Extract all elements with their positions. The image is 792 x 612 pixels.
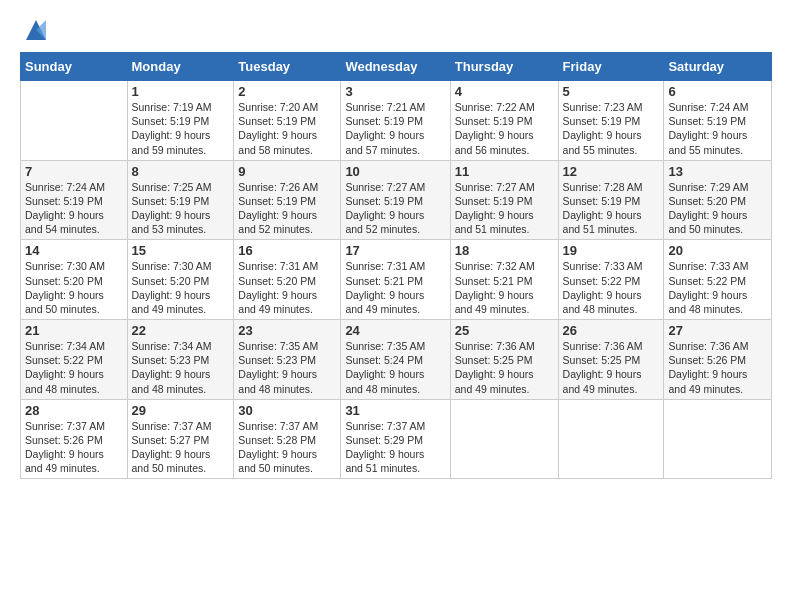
day-number: 27 (668, 323, 767, 338)
calendar-cell: 28Sunrise: 7:37 AMSunset: 5:26 PMDayligh… (21, 399, 128, 479)
day-info: Sunrise: 7:29 AMSunset: 5:20 PMDaylight:… (668, 180, 767, 237)
day-number: 10 (345, 164, 445, 179)
calendar-header-tuesday: Tuesday (234, 53, 341, 81)
day-number: 1 (132, 84, 230, 99)
day-info: Sunrise: 7:24 AMSunset: 5:19 PMDaylight:… (25, 180, 123, 237)
day-number: 14 (25, 243, 123, 258)
day-number: 7 (25, 164, 123, 179)
header (20, 16, 772, 44)
calendar-cell: 27Sunrise: 7:36 AMSunset: 5:26 PMDayligh… (664, 320, 772, 400)
day-info: Sunrise: 7:21 AMSunset: 5:19 PMDaylight:… (345, 100, 445, 157)
calendar-cell: 14Sunrise: 7:30 AMSunset: 5:20 PMDayligh… (21, 240, 128, 320)
day-number: 15 (132, 243, 230, 258)
day-info: Sunrise: 7:25 AMSunset: 5:19 PMDaylight:… (132, 180, 230, 237)
day-number: 18 (455, 243, 554, 258)
calendar-cell: 21Sunrise: 7:34 AMSunset: 5:22 PMDayligh… (21, 320, 128, 400)
calendar-cell: 13Sunrise: 7:29 AMSunset: 5:20 PMDayligh… (664, 160, 772, 240)
day-info: Sunrise: 7:34 AMSunset: 5:22 PMDaylight:… (25, 339, 123, 396)
day-number: 30 (238, 403, 336, 418)
calendar-header-wednesday: Wednesday (341, 53, 450, 81)
day-number: 3 (345, 84, 445, 99)
calendar-cell: 18Sunrise: 7:32 AMSunset: 5:21 PMDayligh… (450, 240, 558, 320)
calendar-week-2: 7Sunrise: 7:24 AMSunset: 5:19 PMDaylight… (21, 160, 772, 240)
day-info: Sunrise: 7:27 AMSunset: 5:19 PMDaylight:… (455, 180, 554, 237)
calendar-header-row: SundayMondayTuesdayWednesdayThursdayFrid… (21, 53, 772, 81)
day-number: 2 (238, 84, 336, 99)
day-info: Sunrise: 7:30 AMSunset: 5:20 PMDaylight:… (132, 259, 230, 316)
calendar-header-friday: Friday (558, 53, 664, 81)
day-number: 13 (668, 164, 767, 179)
calendar-cell: 9Sunrise: 7:26 AMSunset: 5:19 PMDaylight… (234, 160, 341, 240)
day-info: Sunrise: 7:20 AMSunset: 5:19 PMDaylight:… (238, 100, 336, 157)
calendar-cell: 11Sunrise: 7:27 AMSunset: 5:19 PMDayligh… (450, 160, 558, 240)
calendar-table: SundayMondayTuesdayWednesdayThursdayFrid… (20, 52, 772, 479)
calendar-header-saturday: Saturday (664, 53, 772, 81)
calendar-cell: 30Sunrise: 7:37 AMSunset: 5:28 PMDayligh… (234, 399, 341, 479)
calendar-week-5: 28Sunrise: 7:37 AMSunset: 5:26 PMDayligh… (21, 399, 772, 479)
day-info: Sunrise: 7:36 AMSunset: 5:25 PMDaylight:… (563, 339, 660, 396)
day-info: Sunrise: 7:28 AMSunset: 5:19 PMDaylight:… (563, 180, 660, 237)
calendar-cell: 12Sunrise: 7:28 AMSunset: 5:19 PMDayligh… (558, 160, 664, 240)
calendar-header-sunday: Sunday (21, 53, 128, 81)
calendar-cell: 23Sunrise: 7:35 AMSunset: 5:23 PMDayligh… (234, 320, 341, 400)
day-number: 6 (668, 84, 767, 99)
calendar-cell (450, 399, 558, 479)
day-number: 29 (132, 403, 230, 418)
day-info: Sunrise: 7:33 AMSunset: 5:22 PMDaylight:… (668, 259, 767, 316)
calendar-cell: 22Sunrise: 7:34 AMSunset: 5:23 PMDayligh… (127, 320, 234, 400)
logo (20, 16, 50, 44)
calendar-cell: 29Sunrise: 7:37 AMSunset: 5:27 PMDayligh… (127, 399, 234, 479)
day-info: Sunrise: 7:19 AMSunset: 5:19 PMDaylight:… (132, 100, 230, 157)
calendar-cell: 16Sunrise: 7:31 AMSunset: 5:20 PMDayligh… (234, 240, 341, 320)
day-info: Sunrise: 7:36 AMSunset: 5:26 PMDaylight:… (668, 339, 767, 396)
day-info: Sunrise: 7:35 AMSunset: 5:24 PMDaylight:… (345, 339, 445, 396)
page: SundayMondayTuesdayWednesdayThursdayFrid… (0, 0, 792, 489)
day-info: Sunrise: 7:33 AMSunset: 5:22 PMDaylight:… (563, 259, 660, 316)
day-info: Sunrise: 7:37 AMSunset: 5:29 PMDaylight:… (345, 419, 445, 476)
day-info: Sunrise: 7:26 AMSunset: 5:19 PMDaylight:… (238, 180, 336, 237)
calendar-cell: 15Sunrise: 7:30 AMSunset: 5:20 PMDayligh… (127, 240, 234, 320)
calendar-cell: 19Sunrise: 7:33 AMSunset: 5:22 PMDayligh… (558, 240, 664, 320)
day-info: Sunrise: 7:23 AMSunset: 5:19 PMDaylight:… (563, 100, 660, 157)
calendar-cell (21, 81, 128, 161)
day-info: Sunrise: 7:31 AMSunset: 5:21 PMDaylight:… (345, 259, 445, 316)
day-info: Sunrise: 7:24 AMSunset: 5:19 PMDaylight:… (668, 100, 767, 157)
calendar-header-thursday: Thursday (450, 53, 558, 81)
day-number: 9 (238, 164, 336, 179)
day-number: 17 (345, 243, 445, 258)
day-number: 12 (563, 164, 660, 179)
calendar-cell: 26Sunrise: 7:36 AMSunset: 5:25 PMDayligh… (558, 320, 664, 400)
day-number: 22 (132, 323, 230, 338)
calendar-cell: 6Sunrise: 7:24 AMSunset: 5:19 PMDaylight… (664, 81, 772, 161)
day-info: Sunrise: 7:35 AMSunset: 5:23 PMDaylight:… (238, 339, 336, 396)
day-info: Sunrise: 7:37 AMSunset: 5:26 PMDaylight:… (25, 419, 123, 476)
calendar-header-monday: Monday (127, 53, 234, 81)
logo-icon (22, 16, 50, 44)
calendar-cell: 5Sunrise: 7:23 AMSunset: 5:19 PMDaylight… (558, 81, 664, 161)
day-info: Sunrise: 7:27 AMSunset: 5:19 PMDaylight:… (345, 180, 445, 237)
calendar-cell: 3Sunrise: 7:21 AMSunset: 5:19 PMDaylight… (341, 81, 450, 161)
day-info: Sunrise: 7:30 AMSunset: 5:20 PMDaylight:… (25, 259, 123, 316)
calendar-week-4: 21Sunrise: 7:34 AMSunset: 5:22 PMDayligh… (21, 320, 772, 400)
day-info: Sunrise: 7:31 AMSunset: 5:20 PMDaylight:… (238, 259, 336, 316)
day-info: Sunrise: 7:32 AMSunset: 5:21 PMDaylight:… (455, 259, 554, 316)
day-number: 25 (455, 323, 554, 338)
calendar-cell: 24Sunrise: 7:35 AMSunset: 5:24 PMDayligh… (341, 320, 450, 400)
day-info: Sunrise: 7:37 AMSunset: 5:27 PMDaylight:… (132, 419, 230, 476)
calendar-cell: 17Sunrise: 7:31 AMSunset: 5:21 PMDayligh… (341, 240, 450, 320)
calendar-cell: 8Sunrise: 7:25 AMSunset: 5:19 PMDaylight… (127, 160, 234, 240)
calendar-cell (664, 399, 772, 479)
day-number: 21 (25, 323, 123, 338)
day-number: 20 (668, 243, 767, 258)
day-info: Sunrise: 7:36 AMSunset: 5:25 PMDaylight:… (455, 339, 554, 396)
calendar-cell: 25Sunrise: 7:36 AMSunset: 5:25 PMDayligh… (450, 320, 558, 400)
day-number: 19 (563, 243, 660, 258)
day-info: Sunrise: 7:34 AMSunset: 5:23 PMDaylight:… (132, 339, 230, 396)
day-number: 11 (455, 164, 554, 179)
day-number: 23 (238, 323, 336, 338)
day-number: 4 (455, 84, 554, 99)
calendar-cell (558, 399, 664, 479)
calendar-week-1: 1Sunrise: 7:19 AMSunset: 5:19 PMDaylight… (21, 81, 772, 161)
day-number: 24 (345, 323, 445, 338)
day-info: Sunrise: 7:37 AMSunset: 5:28 PMDaylight:… (238, 419, 336, 476)
